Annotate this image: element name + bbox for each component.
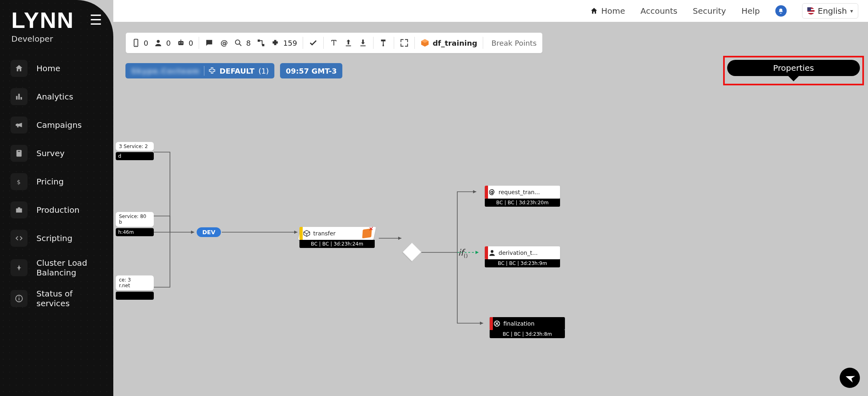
partial-node-3-line2: r.net bbox=[119, 283, 130, 288]
bell-icon bbox=[778, 8, 784, 14]
package-icon bbox=[362, 229, 372, 239]
node-derivation-sub: BC | BC | 3d:23h:9m bbox=[485, 259, 560, 267]
sidebar-item-label: Pricing bbox=[36, 177, 103, 186]
chevron-down-icon: ▾ bbox=[850, 8, 853, 14]
node-finalization-sub: BC | BC | 3d:23h:8m bbox=[490, 330, 565, 338]
node-finalization[interactable]: finalization BC | BC | 3d:23h:8m bbox=[490, 317, 565, 338]
topbar: Home Accounts Security Help English ▾ bbox=[113, 0, 868, 22]
red-stripe bbox=[490, 317, 493, 330]
sidebar-item-home[interactable]: Home bbox=[7, 54, 106, 83]
language-label: English bbox=[818, 6, 847, 16]
partial-node-2[interactable]: Service: 80b h:46m bbox=[116, 212, 154, 236]
sidebar-item-label: Scripting bbox=[36, 233, 103, 243]
partial-node-2-line3: h:46m bbox=[116, 228, 154, 236]
language-selector[interactable]: English ▾ bbox=[802, 3, 858, 19]
brand-role: Developer bbox=[0, 34, 113, 54]
sidebar-item-cluster[interactable]: Cluster Load Balancing bbox=[7, 252, 106, 283]
svg-marker-18 bbox=[294, 231, 297, 234]
info-icon bbox=[11, 290, 28, 307]
home-icon bbox=[11, 60, 28, 77]
sidebar-item-label: Analytics bbox=[36, 92, 103, 102]
nav-security[interactable]: Security bbox=[693, 6, 726, 16]
sidebar-item-analytics[interactable]: Analytics bbox=[7, 83, 106, 111]
svg-rect-3 bbox=[19, 296, 19, 297]
svg-text:$: $ bbox=[17, 178, 21, 185]
partial-node-2-line1: Service: 80 bbox=[119, 214, 146, 219]
sidebar-item-label: Campaigns bbox=[36, 120, 103, 130]
airplane-icon bbox=[843, 371, 856, 384]
sidebar-item-production[interactable]: Production bbox=[7, 196, 106, 224]
sidebar-item-label: Production bbox=[36, 205, 103, 215]
partial-node-3-line3 bbox=[116, 292, 154, 300]
sidebar-item-survey[interactable]: Survey bbox=[7, 139, 106, 167]
close-circle-icon bbox=[493, 320, 501, 328]
nav-help-label: Help bbox=[741, 6, 760, 16]
svg-text:@: @ bbox=[489, 188, 495, 196]
nav-home-label: Home bbox=[601, 6, 625, 16]
cube-icon bbox=[303, 229, 311, 237]
flow-canvas[interactable]: 3 Service: 2 d Service: 80b h:46m ce: 3r… bbox=[113, 22, 868, 396]
sidebar-item-label: Home bbox=[36, 64, 103, 73]
agent-icon bbox=[488, 249, 496, 257]
partial-node-1-line1: 3 Service: 2 bbox=[116, 142, 154, 151]
brand-logo: LYNN bbox=[11, 9, 74, 32]
dollar-icon: $ bbox=[11, 173, 28, 190]
partial-node-1-line2: d bbox=[116, 152, 154, 160]
hamburger-icon[interactable]: ☰ bbox=[90, 15, 102, 25]
node-request-title: request_tran... bbox=[499, 189, 540, 195]
sidebar-item-scripting[interactable]: Scripting bbox=[7, 224, 106, 252]
transfer-stripe bbox=[299, 227, 303, 240]
node-transfer-title: transfer bbox=[313, 230, 335, 237]
dev-label: DEV bbox=[202, 229, 215, 235]
node-finalization-title: finalization bbox=[503, 320, 535, 327]
svg-marker-17 bbox=[191, 231, 194, 234]
node-transfer-sub: BC | BC | 3d:23h:24m bbox=[299, 240, 375, 248]
briefcase-icon bbox=[11, 201, 28, 218]
if-label: if() bbox=[458, 248, 468, 259]
if-text: if bbox=[458, 248, 464, 258]
node-derivation-title: derivation_t... bbox=[499, 250, 538, 256]
code-icon bbox=[11, 230, 28, 247]
red-stripe bbox=[485, 246, 488, 259]
partial-node-1[interactable]: 3 Service: 2 d bbox=[116, 142, 154, 160]
dev-node[interactable]: DEV bbox=[197, 227, 221, 237]
sidebar-item-label: Cluster Load Balancing bbox=[36, 258, 103, 277]
nav-accounts-label: Accounts bbox=[641, 6, 677, 16]
flag-icon bbox=[807, 7, 815, 15]
nav-security-label: Security bbox=[693, 6, 726, 16]
svg-rect-2 bbox=[19, 298, 19, 300]
megaphone-icon bbox=[11, 116, 28, 133]
node-request-sub: BC | BC | 3d:23h:20m bbox=[485, 199, 560, 207]
sidebar-item-pricing[interactable]: $ Pricing bbox=[7, 167, 106, 196]
node-transfer[interactable]: transfer BC | BC | 3d:23h:24m bbox=[299, 227, 375, 248]
at-icon: @ bbox=[488, 188, 496, 196]
partial-node-3-line1: ce: 3 bbox=[119, 277, 131, 283]
red-stripe bbox=[485, 186, 488, 199]
cluster-icon bbox=[11, 259, 28, 276]
sidebar-item-status[interactable]: Status of services bbox=[7, 283, 106, 314]
partial-node-2-line2: b bbox=[119, 219, 122, 225]
flow-edges bbox=[113, 22, 868, 396]
svg-point-25 bbox=[491, 250, 494, 253]
clipboard-icon bbox=[11, 145, 28, 162]
svg-marker-20 bbox=[473, 190, 476, 193]
floating-action-button[interactable] bbox=[840, 368, 860, 388]
notifications-button[interactable] bbox=[775, 5, 787, 17]
svg-marker-19 bbox=[398, 237, 401, 240]
svg-marker-22 bbox=[480, 322, 483, 325]
nav-help[interactable]: Help bbox=[741, 6, 760, 16]
node-derivation[interactable]: derivation_t... BC | BC | 3d:23h:9m bbox=[485, 246, 560, 267]
nav-home[interactable]: Home bbox=[590, 6, 625, 16]
sidebar-item-campaigns[interactable]: Campaigns bbox=[7, 111, 106, 139]
sidebar: LYNN ☰ Developer Home Analytics Campaign… bbox=[0, 0, 113, 396]
chart-icon bbox=[11, 88, 28, 105]
home-icon bbox=[590, 7, 598, 15]
sidebar-item-label: Status of services bbox=[36, 289, 103, 308]
node-request-tran[interactable]: @ request_tran... BC | BC | 3d:23h:20m bbox=[485, 186, 560, 207]
nav-accounts[interactable]: Accounts bbox=[641, 6, 677, 16]
sidebar-nav: Home Analytics Campaigns Survey $ Pricin… bbox=[0, 54, 113, 314]
sidebar-item-label: Survey bbox=[36, 148, 103, 158]
partial-node-3[interactable]: ce: 3r.net bbox=[116, 275, 154, 300]
svg-marker-21 bbox=[475, 251, 479, 254]
